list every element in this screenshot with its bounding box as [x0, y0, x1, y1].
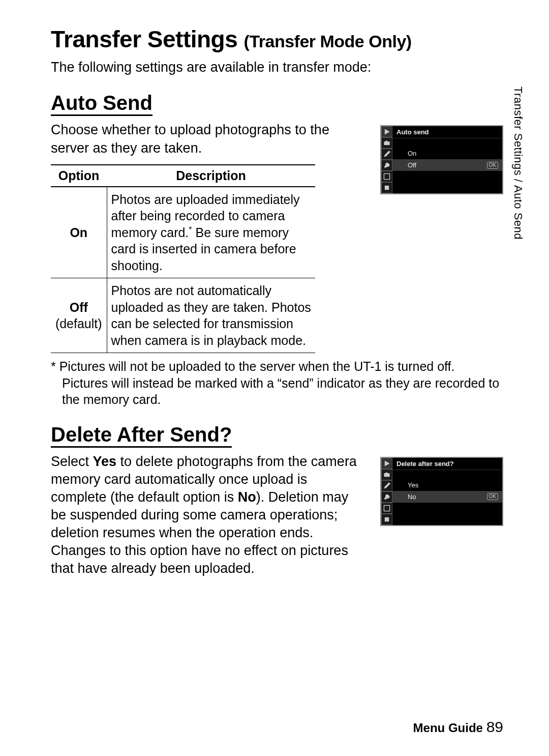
page-number: 89: [486, 718, 503, 735]
svg-marker-3: [384, 151, 390, 157]
table-row: On Photos are uploaded immediately after…: [51, 187, 315, 278]
auto-send-footnote: * Pictures will not be uploaded to the s…: [51, 358, 503, 408]
recent-icon: [381, 182, 392, 193]
lcd-tab-strip: [381, 458, 392, 525]
svg-rect-5: [385, 186, 389, 190]
recent-icon: [381, 514, 392, 525]
svg-marker-0: [385, 129, 390, 135]
svg-rect-2: [385, 141, 387, 142]
wrench-icon: [381, 160, 392, 171]
svg-rect-11: [385, 517, 389, 521]
retouch-icon: [381, 503, 392, 514]
side-breadcrumb: Transfer Settings / Auto Send: [511, 86, 525, 240]
lcd-option-off: OffOK: [392, 159, 502, 171]
auto-send-heading: Auto Send: [51, 92, 152, 116]
option-off-desc: Photos are not automatically uploaded as…: [107, 278, 315, 353]
lcd-option-no: NoOK: [392, 491, 502, 503]
lcd-option-yes: Yes: [392, 479, 502, 491]
delete-after-text: Select Yes to delete photographs from th…: [51, 453, 366, 578]
page-title: Transfer Settings (Transfer Mode Only): [51, 25, 503, 53]
auto-send-text: Choose whether to upload photographs to …: [51, 121, 366, 157]
svg-marker-9: [384, 482, 390, 489]
option-on-desc: Photos are uploaded immediately after be…: [107, 187, 315, 278]
auto-send-table: Option Description On Photos are uploade…: [51, 164, 315, 354]
ok-badge: OK: [487, 493, 498, 500]
option-off-default: (default): [55, 315, 103, 332]
svg-rect-4: [384, 174, 389, 180]
camera-icon: [381, 137, 392, 149]
option-off: Off: [70, 300, 88, 314]
lcd-title: Auto send: [392, 126, 502, 138]
table-row: Off (default) Photos are not automatical…: [51, 278, 315, 353]
play-icon: [381, 458, 392, 469]
svg-rect-8: [385, 472, 387, 474]
option-on: On: [70, 225, 87, 240]
pencil-icon: [381, 480, 392, 491]
ok-badge: OK: [487, 162, 498, 169]
col-description: Description: [107, 165, 315, 187]
lcd-tab-strip: [381, 126, 392, 193]
pencil-icon: [381, 149, 392, 160]
svg-rect-10: [384, 505, 389, 511]
intro-text: The following settings are available in …: [51, 58, 503, 76]
svg-marker-6: [385, 460, 390, 466]
play-icon: [381, 126, 392, 137]
col-option: Option: [51, 165, 107, 187]
lcd-auto-send: Auto send On OffOK: [380, 125, 503, 194]
retouch-icon: [381, 171, 392, 182]
delete-after-heading: Delete After Send?: [51, 423, 232, 448]
camera-icon: [381, 469, 392, 480]
page-title-suffix: (Transfer Mode Only): [244, 32, 412, 51]
footer-label: Menu Guide: [413, 721, 483, 735]
page-title-main: Transfer Settings: [51, 26, 237, 52]
wrench-icon: [381, 491, 392, 503]
lcd-title: Delete after send?: [392, 458, 502, 470]
page-footer: Menu Guide 89: [413, 718, 503, 736]
lcd-option-on: On: [392, 148, 502, 159]
lcd-delete-after: Delete after send? Yes NoOK: [380, 457, 503, 526]
